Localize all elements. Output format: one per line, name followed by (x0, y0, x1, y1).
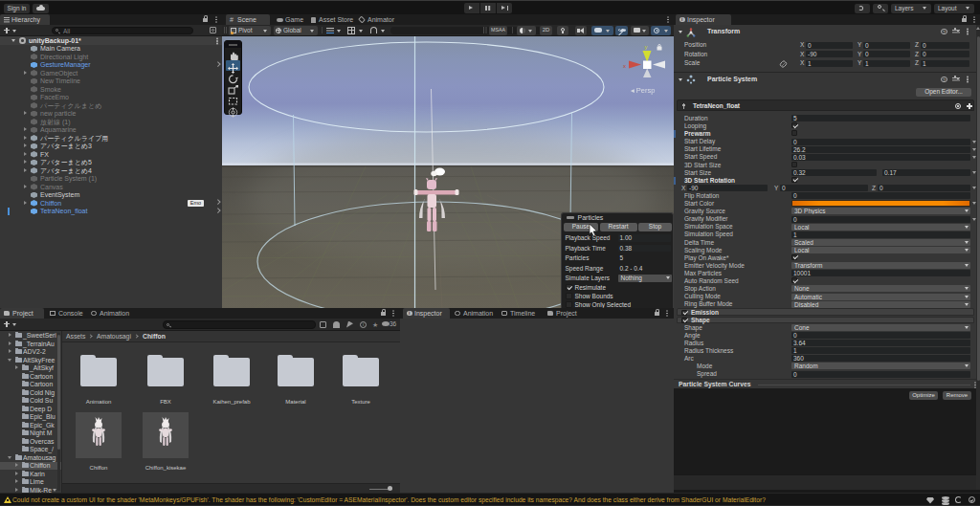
svg-text:◂ Persp: ◂ Persp (631, 86, 655, 95)
svg-text:y: y (645, 44, 648, 50)
svg-text:x: x (623, 63, 626, 69)
